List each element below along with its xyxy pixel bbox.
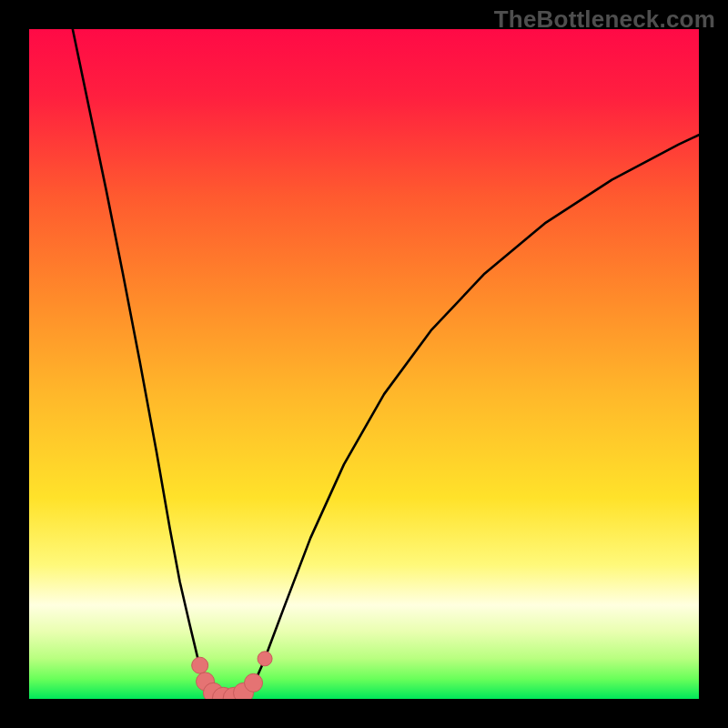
marker-dot — [192, 657, 208, 673]
plot-area — [29, 29, 699, 699]
outer-frame: TheBottleneck.com — [0, 0, 728, 728]
marker-dot — [245, 673, 263, 692]
marker-dot — [258, 652, 272, 666]
gradient-background — [29, 29, 699, 699]
chart-svg — [29, 29, 699, 699]
